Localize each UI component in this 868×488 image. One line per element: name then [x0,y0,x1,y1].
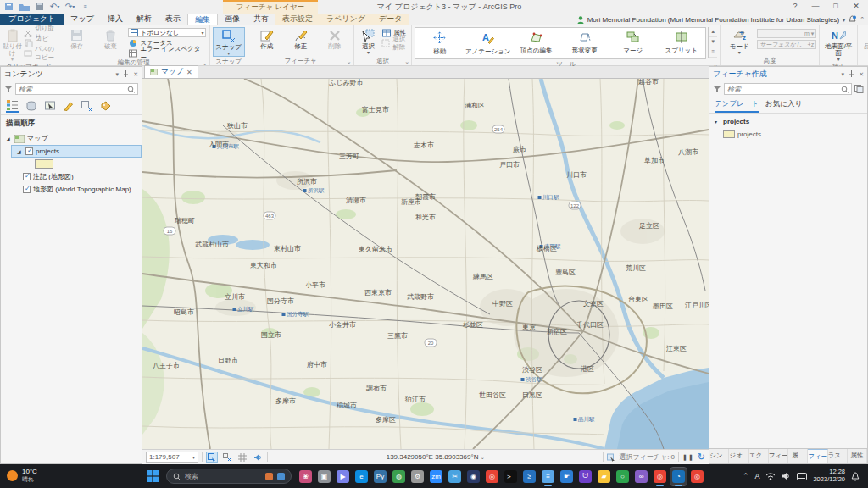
gallery-up-icon[interactable]: ▲ [709,27,717,37]
dock-tab[interactable]: エク... [749,449,769,463]
contents-search-input[interactable] [19,86,127,93]
expander-icon[interactable]: ◢ [6,136,12,141]
dock-tab[interactable]: フィー... [769,449,788,463]
get-z-icon[interactable]: +z [808,42,815,47]
meet-icon[interactable]: ▶ [335,468,351,485]
create-features-button[interactable]: 作成 [251,27,283,50]
tab-view[interactable]: 表示 [159,14,187,25]
help-button[interactable]: ? [785,0,805,13]
green-ring-icon[interactable]: ○ [615,468,631,485]
pane-close-icon[interactable]: ✕ [133,71,138,78]
customize-qat-icon[interactable]: ≡ [80,1,91,12]
tree-item-symbol-swatch[interactable] [30,158,142,170]
save-project-icon[interactable] [34,1,45,12]
tool-split-button[interactable]: スプリット [657,28,705,58]
elevation-value-field[interactable]: m ▾ [757,29,816,38]
visual-studio-icon[interactable]: ∞ [633,468,649,485]
template-group-row[interactable]: ▾ projects [709,115,867,128]
layer-checkbox[interactable] [23,173,31,180]
tree-item-basemap-layer[interactable]: 地形図 (World Topographic Map) [18,183,142,196]
notepad-icon[interactable]: ≡ [540,468,556,485]
language-bar-icon[interactable] [797,473,807,480]
tree-item-annotation-layer[interactable]: 注記 (地形図) [18,170,142,183]
ground-plane-button[interactable]: N 地表面/平面▾ [822,27,854,62]
github-icon[interactable]: ᗢ [577,468,593,485]
snapping-button[interactable]: スナップ▾ [213,27,245,57]
manage-templates-icon[interactable] [854,85,864,93]
terminal-icon[interactable]: >_ [503,468,519,485]
defender-icon[interactable]: ◉ [465,468,481,485]
save-edits-button[interactable]: 保存 [61,27,93,50]
python-icon[interactable]: Py [372,468,388,485]
tree-item-projects-layer[interactable]: ◢ projects [11,145,142,158]
list-by-snapping-icon[interactable] [81,100,93,113]
powershell-icon[interactable]: ≥ [521,468,537,485]
arcgis-pro-icon[interactable]: ◔ [670,468,687,485]
gallery-expand-icon[interactable]: ≡ [709,47,717,58]
chrome-icon[interactable]: ◎ [484,468,500,485]
selection-tool-icon[interactable] [206,452,218,463]
dock-tab[interactable]: ジオ... [729,449,748,463]
polygon-symbol-swatch[interactable] [35,159,53,169]
tab-appearance[interactable]: 表示設定 [275,14,320,25]
close-button[interactable]: ✕ [846,0,866,13]
dock-tab[interactable]: フィー... [808,449,827,463]
list-by-editing-icon[interactable] [62,100,75,113]
discard-edits-button[interactable]: 破棄 [95,27,127,50]
photos-icon[interactable]: ❀ [298,468,314,485]
list-by-selection-icon[interactable] [43,100,56,113]
task-view-icon[interactable]: ▣ [316,468,332,485]
tray-chevron-icon[interactable]: ⌃ [743,472,749,480]
collapse-ribbon-icon[interactable]: ⌃ [860,16,865,23]
delete-features-button[interactable]: 削除 [319,27,351,50]
expander-icon[interactable]: ◢ [17,148,23,154]
list-by-drawing-order-icon[interactable] [6,100,19,113]
select-button[interactable]: 選択▾ [357,27,381,55]
notification-bell-icon[interactable] [849,15,856,24]
zoom-icon[interactable]: zm [428,468,444,485]
gallery-down-icon[interactable]: ▼ [709,37,717,47]
paste-button[interactable]: 貼り付け▾ [3,27,22,62]
tool-edit-vertices-button[interactable]: 頂点の編集 [512,28,560,58]
chrome-profile-icon[interactable]: ◎ [652,468,668,485]
clock[interactable]: 12:28 2023/12/20 [813,469,845,483]
grid-status-icon[interactable] [236,452,248,463]
tool-annotation-button[interactable]: Aアノテーション [464,28,512,58]
edge-icon[interactable]: e [353,468,370,485]
ime-indicator[interactable]: A [754,472,760,480]
new-project-icon[interactable] [3,1,14,12]
snipping-icon[interactable]: ✂ [447,468,463,485]
tab-favorites[interactable]: お気に入り [765,99,802,113]
volume-icon[interactable] [782,472,791,480]
surface-field[interactable]: サーフェスなし+z [757,40,816,49]
pane-menu-icon[interactable]: ▾ [842,71,845,78]
tab-share[interactable]: 共有 [247,14,275,25]
audio-status-icon[interactable] [252,452,264,463]
map-canvas[interactable]: 1646320254122 所沢駅立川駅国分寺駅川口駅赤羽駅渋谷駅品川駅入間市駅… [142,79,709,449]
map-coordinates[interactable]: 139.3429050°E 35.8903369°N ⌄ [271,453,599,461]
pane-close-icon[interactable]: ✕ [859,71,864,78]
settings-gear-icon[interactable]: ⚙ [409,468,426,485]
copy-path-button[interactable]: パスのコピー [24,48,55,58]
pane-menu-icon[interactable]: ▾ [116,71,120,78]
modify-features-button[interactable]: 修正 [285,27,317,50]
map-view-tab[interactable]: マップ ✕ [144,65,198,78]
refresh-icon[interactable]: ↻ [698,452,705,463]
tab-labeling[interactable]: ラベリング [320,14,372,25]
arcgis-globe-icon[interactable]: ◍ [391,468,407,485]
filter-icon[interactable] [4,85,13,93]
tool-reshape-button[interactable]: 形状変更 [560,28,609,58]
pane-pin-icon[interactable] [849,70,854,78]
tab-map[interactable]: マップ [64,14,101,25]
layer-checkbox[interactable] [25,147,33,155]
weather-widget[interactable]: 10°C 晴れ [0,469,144,485]
quality-management-button[interactable]: 品質の管理 [860,27,868,50]
clear-selection-button[interactable]: 選択解除 [381,38,409,47]
redo-icon[interactable]: ↷▾ [64,1,75,12]
tab-analysis[interactable]: 解析 [130,14,159,25]
error-inspector-button[interactable]: エラー インスペクター [128,48,206,58]
snap-status-icon[interactable] [221,452,233,463]
template-item-projects[interactable]: projects [718,128,867,141]
chrome-profile2-icon[interactable]: ◎ [689,468,705,485]
tab-edit[interactable]: 編集 [187,14,218,25]
